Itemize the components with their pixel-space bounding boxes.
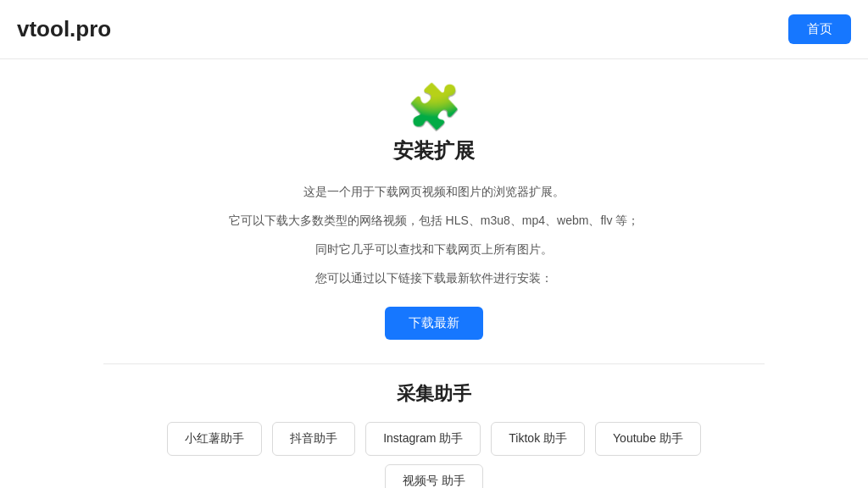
tools-row-2: 视频号 助手 xyxy=(385,464,483,488)
tools-row-1: 小红薯助手 抖音助手 Instagram 助手 Tiktok 助手 Youtub… xyxy=(167,422,701,456)
install-desc4: 您可以通过以下链接下载最新软件进行安装： xyxy=(315,266,553,290)
tool-btn-5[interactable]: 视频号 助手 xyxy=(385,464,483,488)
install-desc3: 同时它几乎可以查找和下载网页上所有图片。 xyxy=(315,237,553,261)
install-desc1: 这是一个用于下载网页视频和图片的浏览器扩展。 xyxy=(303,180,565,203)
download-button[interactable]: 下载最新 xyxy=(385,307,483,340)
main-content: 🧩 安装扩展 这是一个用于下载网页视频和图片的浏览器扩展。 它可以下载大多数类型… xyxy=(0,59,868,488)
nav-home-button[interactable]: 首页 xyxy=(788,14,851,44)
tool-btn-4[interactable]: Youtube 助手 xyxy=(595,422,701,456)
tool-btn-1[interactable]: 抖音助手 xyxy=(272,422,355,456)
header: vtool.pro 首页 xyxy=(0,0,868,59)
puzzle-icon: 🧩 xyxy=(407,85,462,129)
collector-title: 采集助手 xyxy=(397,381,471,407)
divider xyxy=(103,363,765,364)
logo: vtool.pro xyxy=(17,16,111,42)
install-title: 安装扩展 xyxy=(393,137,475,164)
install-desc2: 它可以下载大多数类型的网络视频，包括 HLS、m3u8、mp4、webm、flv… xyxy=(229,208,640,232)
tool-btn-3[interactable]: Tiktok 助手 xyxy=(491,422,585,456)
tool-btn-0[interactable]: 小红薯助手 xyxy=(167,422,262,456)
tool-btn-2[interactable]: Instagram 助手 xyxy=(365,422,481,456)
